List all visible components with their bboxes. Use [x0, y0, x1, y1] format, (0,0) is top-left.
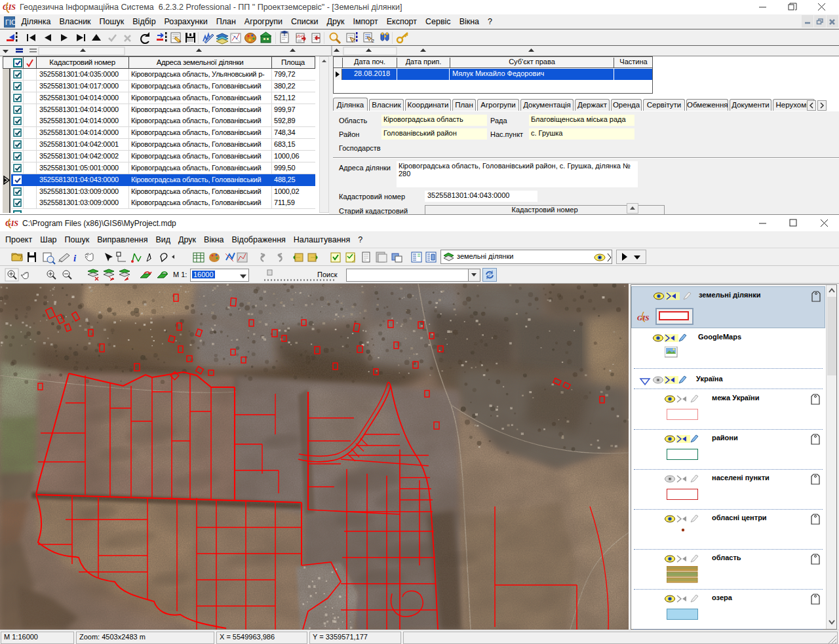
svg-text:С: С: [11, 18, 15, 26]
svg-text:2: 2: [372, 39, 374, 43]
svg-text:GIS: GIS: [3, 3, 16, 12]
svg-text:i: i: [73, 253, 77, 263]
svg-text:GIS: GIS: [5, 219, 18, 228]
